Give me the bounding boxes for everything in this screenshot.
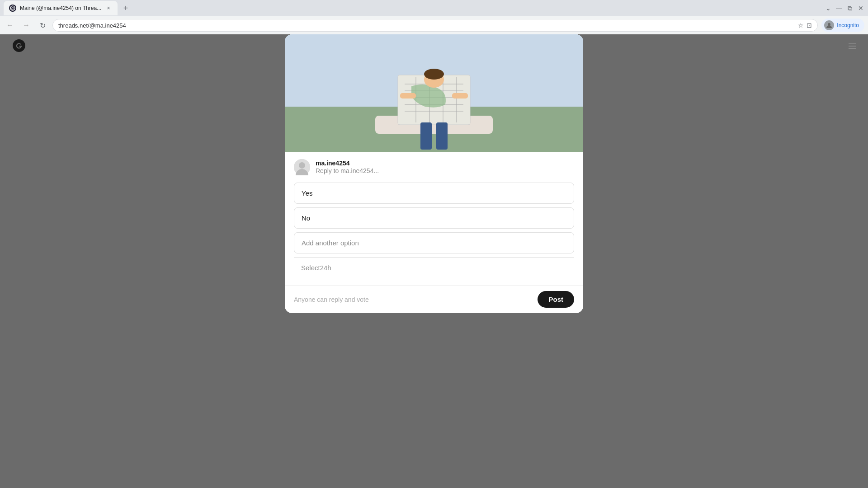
username-label: ma.ine4254	[316, 159, 574, 167]
address-bar: ← → ↻ threads.net/@ma.ine4254 ☆ ⊡ Incogn…	[0, 16, 868, 34]
tab-title: Maine (@ma.ine4254) on Threa...	[20, 5, 101, 11]
user-avatar	[294, 159, 310, 175]
back-button[interactable]: ←	[4, 19, 16, 32]
post-button[interactable]: Post	[538, 291, 574, 308]
bookmark-icon[interactable]: ☆	[798, 22, 804, 29]
url-bar[interactable]: threads.net/@ma.ine4254 ☆ ⊡	[52, 19, 818, 32]
svg-rect-24	[400, 93, 416, 99]
reply-to-label: Reply to ma.ine4254...	[316, 167, 574, 174]
tab-favicon: @	[9, 5, 16, 12]
active-tab[interactable]: @ Maine (@ma.ine4254) on Threa... ×	[4, 1, 118, 15]
modal-content: ma.ine4254 Reply to ma.ine4254... Yes No…	[285, 152, 583, 285]
incognito-profile-button[interactable]: Incognito	[821, 19, 864, 32]
extension-icon[interactable]: ⊡	[807, 22, 812, 29]
restore-button[interactable]: ⧉	[846, 5, 854, 12]
svg-rect-25	[452, 93, 468, 99]
footer-privacy-text: Anyone can reply and vote	[294, 296, 369, 303]
header-right	[847, 41, 857, 53]
close-window-button[interactable]: ✕	[857, 5, 864, 12]
reply-header: ma.ine4254 Reply to ma.ine4254...	[294, 159, 574, 175]
new-tab-button[interactable]: +	[119, 2, 132, 14]
svg-text:@: @	[11, 7, 14, 10]
browser-chrome: @ Maine (@ma.ine4254) on Threa... × + ⌄ …	[0, 0, 868, 34]
tab-bar: @ Maine (@ma.ine4254) on Threa... × + ⌄ …	[0, 0, 868, 16]
svg-rect-28	[420, 122, 432, 150]
url-icons: ☆ ⊡	[798, 22, 812, 29]
add-option-button[interactable]: Add another option	[294, 232, 574, 253]
svg-point-31	[299, 162, 305, 169]
poll-option-1-input[interactable]: Yes	[294, 183, 574, 204]
forward-button[interactable]: →	[20, 19, 33, 32]
svg-rect-29	[436, 122, 448, 150]
url-text: threads.net/@ma.ine4254	[58, 22, 126, 29]
hamburger-icon[interactable]	[847, 41, 857, 53]
refresh-button[interactable]: ↻	[36, 19, 49, 32]
tab-close-button[interactable]: ×	[105, 5, 112, 12]
minimize-button[interactable]: —	[835, 5, 843, 12]
tab-list-button[interactable]: ⌄	[825, 5, 832, 12]
modal-footer: Anyone can reply and vote Post	[285, 285, 583, 313]
duration-option: Select24h	[294, 257, 574, 278]
svg-point-27	[424, 69, 444, 80]
reply-modal: ma.ine4254 Reply to ma.ine4254... Yes No…	[285, 34, 583, 313]
reply-info: ma.ine4254 Reply to ma.ine4254...	[316, 159, 574, 174]
modal-scroll-area[interactable]: ma.ine4254 Reply to ma.ine4254... Yes No…	[285, 34, 583, 285]
poll-options: Yes No Add another option Select24h	[294, 183, 574, 278]
incognito-label: Incognito	[837, 22, 859, 28]
post-image	[285, 34, 583, 152]
threads-logo	[11, 38, 27, 57]
profile-avatar	[824, 20, 834, 30]
window-controls: ⌄ — ⧉ ✕	[825, 5, 864, 12]
poll-option-2-input[interactable]: No	[294, 207, 574, 229]
